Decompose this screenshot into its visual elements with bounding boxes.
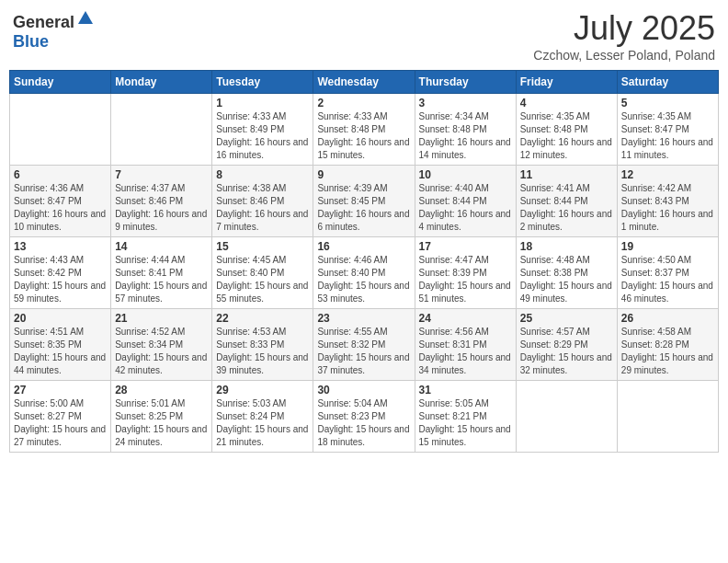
calendar-cell: 18Sunrise: 4:48 AM Sunset: 8:38 PM Dayli… [516, 237, 617, 309]
weekday-header: Saturday [617, 71, 718, 94]
logo-blue: Blue [13, 32, 49, 51]
day-number: 18 [520, 240, 613, 253]
day-number: 28 [115, 384, 208, 396]
day-number: 13 [14, 240, 107, 253]
weekday-header: Thursday [415, 71, 516, 94]
page-header: General Blue July 2025 Czchow, Lesser Po… [9, 9, 719, 63]
day-info: Sunrise: 4:58 AM Sunset: 8:28 PM Dayligh… [621, 326, 714, 377]
logo-general: General [13, 13, 74, 31]
day-number: 4 [520, 97, 613, 109]
calendar-cell: 2Sunrise: 4:33 AM Sunset: 8:48 PM Daylig… [313, 94, 415, 166]
day-number: 7 [115, 168, 208, 181]
day-info: Sunrise: 4:40 AM Sunset: 8:44 PM Dayligh… [419, 182, 512, 234]
day-info: Sunrise: 4:53 AM Sunset: 8:33 PM Dayligh… [216, 326, 309, 377]
day-info: Sunrise: 4:51 AM Sunset: 8:35 PM Dayligh… [14, 326, 107, 377]
weekday-header: Sunday [10, 71, 111, 94]
day-info: Sunrise: 4:44 AM Sunset: 8:41 PM Dayligh… [115, 254, 208, 305]
day-number: 6 [14, 168, 107, 181]
month-title: July 2025 [533, 9, 715, 48]
calendar-cell [516, 381, 617, 453]
day-info: Sunrise: 4:37 AM Sunset: 8:46 PM Dayligh… [115, 182, 208, 234]
day-info: Sunrise: 5:01 AM Sunset: 8:25 PM Dayligh… [115, 397, 208, 449]
day-info: Sunrise: 4:41 AM Sunset: 8:44 PM Dayligh… [520, 182, 613, 234]
day-number: 8 [216, 168, 309, 181]
day-info: Sunrise: 4:43 AM Sunset: 8:42 PM Dayligh… [14, 254, 107, 305]
day-number: 23 [317, 312, 410, 325]
weekday-header: Wednesday [313, 71, 415, 94]
calendar-cell: 1Sunrise: 4:33 AM Sunset: 8:49 PM Daylig… [212, 94, 313, 166]
day-info: Sunrise: 4:57 AM Sunset: 8:29 PM Dayligh… [520, 326, 613, 377]
calendar-cell: 23Sunrise: 4:55 AM Sunset: 8:32 PM Dayli… [313, 309, 415, 381]
day-number: 10 [419, 168, 512, 181]
day-info: Sunrise: 4:45 AM Sunset: 8:40 PM Dayligh… [216, 254, 309, 305]
logo: General Blue [13, 9, 95, 52]
day-info: Sunrise: 4:38 AM Sunset: 8:46 PM Dayligh… [216, 182, 309, 234]
weekday-header-row: SundayMondayTuesdayWednesdayThursdayFrid… [10, 71, 719, 94]
calendar-cell: 24Sunrise: 4:56 AM Sunset: 8:31 PM Dayli… [415, 309, 516, 381]
calendar-cell: 12Sunrise: 4:42 AM Sunset: 8:43 PM Dayli… [617, 166, 718, 237]
day-info: Sunrise: 5:00 AM Sunset: 8:27 PM Dayligh… [14, 397, 107, 449]
day-info: Sunrise: 4:50 AM Sunset: 8:37 PM Dayligh… [621, 254, 714, 305]
calendar-cell: 14Sunrise: 4:44 AM Sunset: 8:41 PM Dayli… [111, 237, 212, 309]
calendar-cell: 30Sunrise: 5:04 AM Sunset: 8:23 PM Dayli… [313, 381, 415, 453]
day-number: 14 [115, 240, 208, 253]
day-number: 3 [419, 97, 512, 109]
day-info: Sunrise: 4:33 AM Sunset: 8:49 PM Dayligh… [216, 110, 309, 162]
calendar-cell: 9Sunrise: 4:39 AM Sunset: 8:45 PM Daylig… [313, 166, 415, 237]
calendar-cell [617, 381, 718, 453]
calendar-cell: 15Sunrise: 4:45 AM Sunset: 8:40 PM Dayli… [212, 237, 313, 309]
calendar-cell: 26Sunrise: 4:58 AM Sunset: 8:28 PM Dayli… [617, 309, 718, 381]
day-number: 25 [520, 312, 613, 325]
day-number: 29 [216, 384, 309, 396]
day-info: Sunrise: 4:52 AM Sunset: 8:34 PM Dayligh… [115, 326, 208, 377]
day-info: Sunrise: 5:03 AM Sunset: 8:24 PM Dayligh… [216, 397, 309, 449]
day-number: 15 [216, 240, 309, 253]
day-number: 17 [419, 240, 512, 253]
day-info: Sunrise: 4:34 AM Sunset: 8:48 PM Dayligh… [419, 110, 512, 162]
calendar-cell: 11Sunrise: 4:41 AM Sunset: 8:44 PM Dayli… [516, 166, 617, 237]
calendar-cell: 20Sunrise: 4:51 AM Sunset: 8:35 PM Dayli… [10, 309, 111, 381]
calendar-cell: 7Sunrise: 4:37 AM Sunset: 8:46 PM Daylig… [111, 166, 212, 237]
day-number: 22 [216, 312, 309, 325]
calendar-cell: 8Sunrise: 4:38 AM Sunset: 8:46 PM Daylig… [212, 166, 313, 237]
day-info: Sunrise: 4:39 AM Sunset: 8:45 PM Dayligh… [317, 182, 410, 234]
calendar-cell: 3Sunrise: 4:34 AM Sunset: 8:48 PM Daylig… [415, 94, 516, 166]
calendar-week-row: 27Sunrise: 5:00 AM Sunset: 8:27 PM Dayli… [10, 381, 719, 453]
calendar-cell: 25Sunrise: 4:57 AM Sunset: 8:29 PM Dayli… [516, 309, 617, 381]
day-number: 16 [317, 240, 410, 253]
calendar-cell: 13Sunrise: 4:43 AM Sunset: 8:42 PM Dayli… [10, 237, 111, 309]
day-info: Sunrise: 4:33 AM Sunset: 8:48 PM Dayligh… [317, 110, 410, 162]
day-number: 11 [520, 168, 613, 181]
calendar-week-row: 6Sunrise: 4:36 AM Sunset: 8:47 PM Daylig… [10, 166, 719, 237]
day-number: 20 [14, 312, 107, 325]
day-info: Sunrise: 4:36 AM Sunset: 8:47 PM Dayligh… [14, 182, 107, 234]
calendar-cell: 4Sunrise: 4:35 AM Sunset: 8:48 PM Daylig… [516, 94, 617, 166]
calendar-cell: 10Sunrise: 4:40 AM Sunset: 8:44 PM Dayli… [415, 166, 516, 237]
day-info: Sunrise: 5:04 AM Sunset: 8:23 PM Dayligh… [317, 397, 410, 449]
day-number: 30 [317, 384, 410, 396]
calendar-week-row: 1Sunrise: 4:33 AM Sunset: 8:49 PM Daylig… [10, 94, 719, 166]
day-info: Sunrise: 4:47 AM Sunset: 8:39 PM Dayligh… [419, 254, 512, 305]
calendar-cell: 27Sunrise: 5:00 AM Sunset: 8:27 PM Dayli… [10, 381, 111, 453]
calendar-cell: 31Sunrise: 5:05 AM Sunset: 8:21 PM Dayli… [415, 381, 516, 453]
calendar-cell: 5Sunrise: 4:35 AM Sunset: 8:47 PM Daylig… [617, 94, 718, 166]
title-block: July 2025 Czchow, Lesser Poland, Poland [533, 9, 715, 63]
calendar-cell: 22Sunrise: 4:53 AM Sunset: 8:33 PM Dayli… [212, 309, 313, 381]
calendar-cell: 6Sunrise: 4:36 AM Sunset: 8:47 PM Daylig… [10, 166, 111, 237]
day-number: 2 [317, 97, 410, 109]
day-number: 31 [419, 384, 512, 396]
day-info: Sunrise: 4:48 AM Sunset: 8:38 PM Dayligh… [520, 254, 613, 305]
day-number: 21 [115, 312, 208, 325]
day-info: Sunrise: 4:42 AM Sunset: 8:43 PM Dayligh… [621, 182, 714, 234]
day-number: 24 [419, 312, 512, 325]
weekday-header: Monday [111, 71, 212, 94]
calendar-cell: 17Sunrise: 4:47 AM Sunset: 8:39 PM Dayli… [415, 237, 516, 309]
calendar-cell: 16Sunrise: 4:46 AM Sunset: 8:40 PM Dayli… [313, 237, 415, 309]
logo-icon [76, 9, 95, 28]
calendar-cell [10, 94, 111, 166]
calendar-week-row: 20Sunrise: 4:51 AM Sunset: 8:35 PM Dayli… [10, 309, 719, 381]
day-info: Sunrise: 4:35 AM Sunset: 8:47 PM Dayligh… [621, 110, 714, 162]
calendar-cell: 21Sunrise: 4:52 AM Sunset: 8:34 PM Dayli… [111, 309, 212, 381]
day-number: 19 [621, 240, 714, 253]
day-number: 5 [621, 97, 714, 109]
